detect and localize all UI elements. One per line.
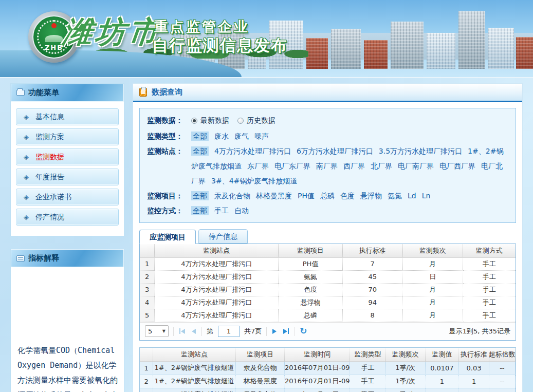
filter-option[interactable]: 手工 bbox=[214, 207, 229, 215]
filter-option[interactable]: 林格曼黑度 bbox=[256, 192, 292, 200]
radio-icon[interactable] bbox=[237, 118, 244, 124]
site-title-line2: 自行监测信息发布 bbox=[152, 35, 288, 57]
table-cell: 日 bbox=[403, 271, 463, 284]
filter-option[interactable]: 废水 bbox=[214, 132, 229, 140]
filter-option[interactable]: 全部 bbox=[191, 206, 209, 215]
table-cell: 手工 bbox=[463, 309, 516, 322]
filter-option[interactable]: 西厂界 bbox=[343, 162, 365, 170]
table-cell: 2016年07月01日-09 bbox=[285, 375, 350, 388]
column-header: 监测项目 bbox=[236, 348, 285, 362]
table-row: 21#、2#锅炉废气排放烟道林格曼黑度2016年07月01日-09手工1季/次1… bbox=[140, 375, 516, 388]
filter-label: 监测类型： bbox=[147, 129, 191, 144]
table-cell: 总磷 bbox=[279, 309, 342, 322]
filter-options: 全部汞及化合物林格曼黑度PH值总磷色度悬浮物氨氮LdLn bbox=[191, 189, 508, 203]
table-cell: 70 bbox=[343, 284, 403, 296]
first-page-button[interactable] bbox=[178, 328, 186, 334]
sidebar-item[interactable]: 基本信息 bbox=[16, 108, 119, 125]
table-cell: 手工 bbox=[463, 258, 516, 271]
filter-label: 监测站点： bbox=[147, 144, 191, 159]
table-cell: 45 bbox=[343, 271, 403, 284]
monitoring-items-table: 监测站点监测项目执行标准监测频次监测方式14万方污水处理厂排污口PH值7月手工2… bbox=[140, 244, 516, 322]
filter-option[interactable]: 4万方污水处理厂排污口 bbox=[214, 147, 291, 155]
radio-icon[interactable] bbox=[191, 118, 197, 124]
table-cell: 7 bbox=[343, 258, 403, 271]
indicator-body: 化学需氧量COD（Chemical Oxygen Demand）是以化学方法测量… bbox=[11, 267, 124, 392]
column-header: 监测频次 bbox=[403, 244, 463, 258]
sidebar-item[interactable]: 停产情况 bbox=[16, 209, 119, 226]
sidebar-item[interactable]: 年度报告 bbox=[16, 169, 119, 185]
sidebar-item[interactable]: 企业承诺书 bbox=[16, 189, 119, 206]
filter-option[interactable]: Ld bbox=[408, 192, 416, 200]
filter-option[interactable]: 全部 bbox=[191, 146, 209, 156]
column-header: 监测时间 bbox=[285, 348, 350, 362]
filter-row: 监测项目：全部汞及化合物林格曼黑度PH值总磷色度悬浮物氨氮LdLn bbox=[147, 189, 508, 203]
sidebar-item[interactable]: 监测数据 bbox=[16, 148, 119, 165]
filter-option[interactable]: 噪声 bbox=[254, 132, 269, 140]
table-cell: 1#、2#锅炉废气排放烟道 bbox=[153, 362, 236, 375]
table-row: 24万方污水处理厂排污口氨氮45日手工 bbox=[140, 271, 516, 284]
compass-icon bbox=[24, 174, 29, 180]
column-header: 监测频次 bbox=[386, 348, 426, 362]
compass-icon bbox=[24, 134, 29, 140]
caret-down-icon bbox=[162, 329, 166, 333]
column-header: 监测项目 bbox=[279, 244, 342, 258]
filter-option[interactable]: 色度 bbox=[340, 192, 355, 200]
filter-option[interactable]: 3#、4#锅炉废气排放烟道 bbox=[211, 177, 297, 185]
table-cell: 2016年07月01日-09 bbox=[285, 388, 350, 392]
radio-label: 最新数据 bbox=[200, 113, 229, 128]
filter-option[interactable]: 全部 bbox=[191, 132, 209, 141]
filter-option[interactable]: 悬浮物 bbox=[360, 192, 382, 200]
sun-dot-icon bbox=[51, 23, 57, 28]
filter-options: 全部废水废气噪声 bbox=[191, 129, 508, 144]
filter-option[interactable]: Ln bbox=[422, 192, 431, 200]
filter-option[interactable]: 废气 bbox=[234, 132, 249, 140]
filter-option[interactable]: 北厂界 bbox=[371, 162, 392, 170]
page-number-input[interactable] bbox=[218, 326, 240, 337]
table-cell: 手工 bbox=[350, 375, 385, 388]
filter-label: 监测数据： bbox=[147, 113, 191, 128]
row-number: 2 bbox=[140, 271, 155, 284]
sidebar-item-label: 监测数据 bbox=[35, 153, 64, 162]
refresh-icon[interactable] bbox=[300, 327, 307, 335]
filter-option[interactable]: 电厂东厂界 bbox=[274, 162, 310, 170]
filter-option[interactable]: 总磷 bbox=[320, 192, 335, 200]
radio-option[interactable]: 历史数据 bbox=[237, 113, 275, 128]
filter-option[interactable]: PH值 bbox=[298, 192, 315, 200]
tab[interactable]: 应监测项目 bbox=[139, 230, 196, 244]
radio-option[interactable]: 最新数据 bbox=[191, 113, 229, 128]
clipboard-icon bbox=[139, 88, 147, 97]
filter-option[interactable]: 汞及化合物 bbox=[214, 192, 250, 200]
column-header: 监测站点 bbox=[153, 348, 236, 362]
row-number-header bbox=[140, 244, 155, 258]
filter-option[interactable]: 3.5万方污水处理厂排污口 bbox=[379, 147, 462, 155]
table-row: 14万方污水处理厂排污口PH值7月手工 bbox=[140, 258, 516, 271]
table-cell: 手工 bbox=[463, 284, 516, 296]
filter-option[interactable]: 电厂西厂界 bbox=[439, 162, 475, 170]
table-cell: 氨氮 bbox=[279, 271, 342, 284]
table-cell: 月 bbox=[403, 296, 463, 309]
filter-option[interactable]: 东厂界 bbox=[247, 162, 269, 170]
monitoring-data-table: 监测站点监测项目监测时间监测类型监测频次监测值执行标准超标倍数11#、2#锅炉废… bbox=[140, 348, 516, 392]
page-size-select[interactable]: 5 bbox=[145, 325, 169, 337]
table-cell: 1季/次 bbox=[386, 362, 426, 375]
table-cell: 3#、4#锅炉废气排放烟道 bbox=[153, 388, 236, 392]
filter-option[interactable]: 氨氮 bbox=[388, 192, 402, 200]
column-header: 监测值 bbox=[426, 348, 460, 362]
filter-option[interactable]: 南厂界 bbox=[316, 162, 338, 170]
tab[interactable]: 停产信息 bbox=[198, 229, 248, 244]
table-cell: 1季/次 bbox=[386, 375, 426, 388]
filter-label: 监控方式： bbox=[147, 203, 191, 218]
filter-option[interactable]: 全部 bbox=[191, 191, 209, 200]
row-number: 1 bbox=[140, 258, 155, 271]
filter-option[interactable]: 6万方污水处理厂排污口 bbox=[297, 147, 373, 155]
last-page-button[interactable] bbox=[282, 328, 290, 334]
table-header-row: 监测站点监测项目执行标准监测频次监测方式 bbox=[140, 244, 516, 258]
next-page-button[interactable] bbox=[271, 329, 278, 334]
filter-option[interactable]: 自动 bbox=[234, 207, 249, 215]
sidebar-item[interactable]: 监测方案 bbox=[16, 128, 119, 145]
menu-list: 基本信息监测方案监测数据年度报告企业承诺书停产情况 bbox=[11, 102, 124, 236]
book-icon bbox=[16, 255, 25, 262]
prev-page-button[interactable] bbox=[191, 329, 197, 334]
table-cell: 手工 bbox=[350, 362, 385, 375]
filter-option[interactable]: 电厂南厂界 bbox=[398, 162, 434, 170]
